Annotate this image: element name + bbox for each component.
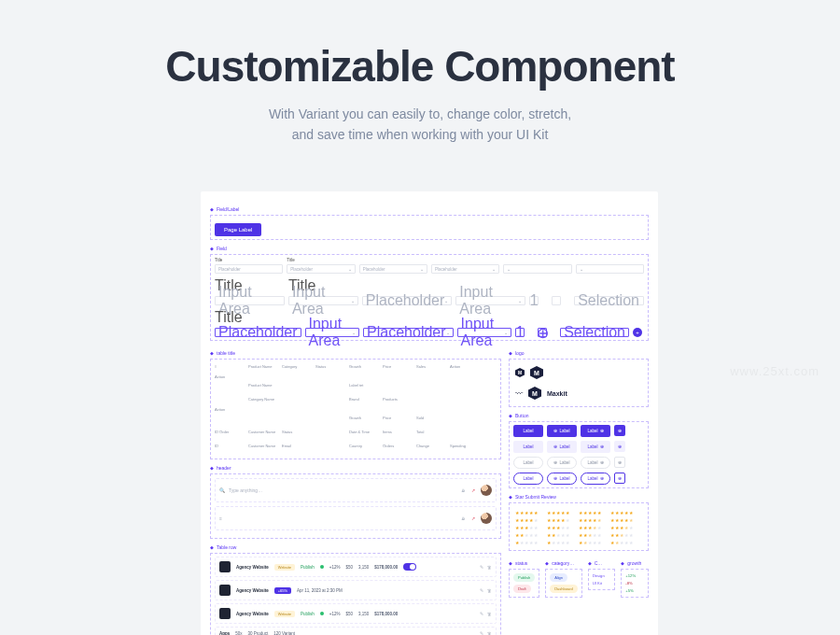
button-ghost[interactable]: Label — [547, 441, 577, 453]
select-input[interactable]: Input Area — [455, 296, 525, 305]
star-row[interactable]: ★★★★★ — [515, 532, 538, 538]
selection-input-focused[interactable]: Selection — [560, 328, 629, 337]
add-icon[interactable]: + — [633, 328, 642, 337]
icon-input[interactable] — [552, 296, 561, 305]
star-row[interactable]: ★★★★★ — [547, 517, 569, 523]
star-icon: ★ — [566, 540, 569, 545]
select-input[interactable]: Placeholder — [362, 296, 453, 305]
table-row[interactable]: Agency WebsiteWebsitePublish+12%$503,150… — [215, 557, 497, 577]
text-input[interactable]: Placeholder — [215, 264, 283, 274]
button-soft[interactable]: Label — [513, 457, 543, 469]
button-ghost[interactable]: Label — [581, 441, 610, 453]
button-solid[interactable]: Label — [547, 425, 577, 437]
select-input[interactable]: Input Area — [288, 296, 358, 305]
star-row[interactable]: ★★★★★ — [515, 540, 538, 545]
select-input[interactable]: Placeholder — [287, 264, 355, 274]
bell-icon[interactable]: 🕭 — [461, 487, 466, 493]
button-outline[interactable]: Label — [581, 473, 610, 485]
edit-icon[interactable]: ✎ — [480, 612, 483, 616]
select-input[interactable]: Placeholder — [431, 264, 499, 274]
star-row[interactable]: ★★★★★ — [610, 540, 633, 545]
star-row[interactable]: ★★★★★ — [547, 540, 569, 545]
link-item[interactable]: UI Kit — [593, 581, 611, 586]
table-header-cell — [416, 397, 444, 402]
logo-mark-small: M — [515, 368, 525, 377]
table-title-box: #Product NameCategoryStatusGrowthPriceSa… — [210, 359, 501, 459]
table-row[interactable]: Agency Website+65%Apr 11, 2023 at 2:30 P… — [215, 580, 497, 600]
star-row[interactable]: ★★★★★ — [610, 517, 633, 523]
table-row[interactable]: Agency WebsiteWebsitePublish+12%$503,150… — [215, 603, 497, 624]
button-outline[interactable]: Label — [547, 473, 577, 485]
button-soft[interactable] — [614, 457, 625, 468]
button-solidsq[interactable] — [614, 425, 625, 436]
star-row[interactable]: ★★★★★ — [610, 532, 633, 538]
select-input[interactable] — [503, 264, 571, 274]
section-tag-category: category… — [545, 560, 582, 566]
section-tag-header: header — [210, 465, 501, 471]
star-row[interactable]: ★★★★★ — [515, 510, 538, 515]
star-icon: ★ — [610, 525, 614, 530]
table-header-cell: Brand — [349, 397, 377, 402]
edit-icon[interactable]: ✎ — [480, 565, 483, 570]
star-row[interactable]: ★★★★★ — [579, 510, 601, 515]
delete-icon[interactable]: 🗑 — [487, 612, 492, 616]
edit-icon[interactable]: ✎ — [480, 588, 483, 593]
table-header-cell — [282, 397, 310, 402]
selection-input[interactable]: Selection — [574, 296, 644, 305]
row-sales: 3,150 — [358, 612, 369, 616]
button-solid[interactable]: Label — [581, 425, 610, 437]
button-ghost[interactable]: Label — [513, 441, 543, 453]
row-toggle[interactable] — [403, 563, 416, 571]
edit-icon[interactable]: ✎ — [480, 631, 483, 635]
logo-text: Maxkit — [547, 390, 567, 397]
selection-text: Selection — [564, 324, 625, 341]
share-icon[interactable]: ↗ — [471, 487, 475, 493]
avatar[interactable] — [481, 485, 492, 496]
star-row[interactable]: ★★★★★ — [579, 540, 601, 545]
star-row[interactable]: ★★★★★ — [610, 525, 633, 530]
link-item[interactable]: Design — [593, 573, 611, 578]
delete-icon[interactable]: 🗑 — [487, 565, 492, 570]
avatar[interactable] — [481, 513, 492, 524]
select-input[interactable] — [576, 264, 644, 274]
table-header-row: IDCustomer NameEmailCountryOrdersChangeS… — [215, 442, 497, 456]
button-soft[interactable]: Label — [581, 457, 610, 469]
star-row[interactable]: ★★★★★ — [547, 525, 569, 530]
select-input-focused[interactable]: Placeholder — [363, 328, 454, 337]
menu-icon[interactable]: ≡ — [219, 515, 223, 521]
growth-box: +12% -8% +5% — [621, 569, 649, 598]
star-icon: ★ — [588, 532, 592, 538]
star-icon: ★ — [610, 517, 614, 523]
select-input[interactable]: Placeholder — [359, 264, 427, 274]
star-row[interactable]: ★★★★★ — [579, 532, 601, 538]
button-outline[interactable]: Label — [513, 473, 543, 485]
button-outline[interactable] — [614, 473, 625, 484]
stepper-input-focused[interactable]: 1 — [515, 328, 525, 337]
star-row[interactable]: ★★★★★ — [547, 532, 569, 538]
icon-input-focused[interactable]: ⊕ — [538, 328, 547, 337]
table-row[interactable]: Apps50x30 Product120 Variant✎🗑 — [215, 627, 497, 635]
star-icon: ★ — [525, 540, 528, 545]
delete-icon[interactable]: 🗑 — [487, 631, 492, 635]
button-solid[interactable]: Label — [513, 425, 543, 437]
delete-icon[interactable]: 🗑 — [487, 588, 492, 593]
star-row[interactable]: ★★★★★ — [579, 517, 601, 523]
star-row[interactable]: ★★★★★ — [515, 517, 538, 523]
star-row[interactable]: ★★★★★ — [515, 525, 538, 530]
star-icon: ★ — [593, 532, 596, 538]
star-icon: ★ — [615, 532, 619, 538]
page-label-tab[interactable]: Page Label — [215, 223, 261, 236]
button-ghost[interactable] — [614, 441, 625, 452]
text-input[interactable]: Input Area — [215, 296, 285, 305]
text-input-focused[interactable]: Placeholder — [215, 328, 301, 337]
button-soft[interactable]: Label — [547, 457, 577, 469]
star-row[interactable]: ★★★★★ — [547, 510, 569, 515]
select-input-focused[interactable]: Input Area — [305, 328, 360, 337]
search-input[interactable]: Type anything… — [219, 487, 262, 493]
bell-icon[interactable]: 🕭 — [461, 515, 466, 521]
stepper-input[interactable]: 1 — [529, 296, 539, 305]
share-icon[interactable]: ↗ — [471, 515, 475, 521]
select-input-focused[interactable]: Input Area — [457, 328, 512, 337]
star-row[interactable]: ★★★★★ — [579, 525, 601, 530]
star-row[interactable]: ★★★★★ — [610, 510, 633, 515]
